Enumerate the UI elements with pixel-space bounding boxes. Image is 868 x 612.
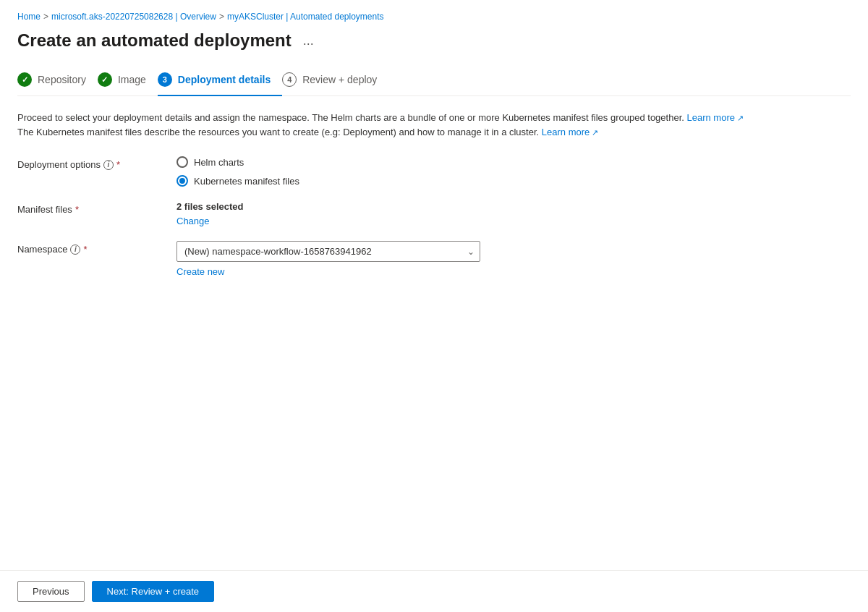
deployment-options-row: Deployment options i * Helm charts Kuber… [17,156,851,187]
description-line2: The Kubernetes manifest files describe t… [17,125,851,140]
step-label-deployment: Deployment details [178,74,271,85]
step-circle-repository: ✓ [17,72,32,87]
step-repository[interactable]: ✓ Repository [17,65,98,95]
learn-more-link-1[interactable]: Learn more [687,112,744,123]
step-deployment-details[interactable]: 3 Deployment details [158,65,282,95]
radio-group: Helm charts Kubernetes manifest files [176,156,851,187]
step-label-image: Image [118,74,146,85]
namespace-label: Namespace i * [17,241,162,255]
footer: Previous Next: Review + create [0,570,868,612]
deployment-options-label: Deployment options i * [17,156,162,170]
namespace-row: Namespace i * (New) namespace-workflow-1… [17,241,851,277]
deployment-options-info-icon[interactable]: i [103,160,114,170]
manifest-files-control: 2 files selected Change [176,201,851,226]
manifest-files-row: Manifest files * 2 files selected Change [17,201,851,226]
breadcrumb-home[interactable]: Home [17,12,41,22]
namespace-info-icon[interactable]: i [70,245,80,255]
change-files-link[interactable]: Change [176,216,210,226]
radio-input-kubernetes[interactable] [176,175,188,187]
step-circle-deployment: 3 [158,72,172,87]
breadcrumb-cluster[interactable]: myAKSCluster | Automated deployments [227,12,384,22]
deployment-options-required: * [116,159,120,170]
step-circle-image: ✓ [98,72,112,87]
previous-button[interactable]: Previous [17,581,85,602]
breadcrumb: Home > microsoft.aks-20220725082628 | Ov… [17,12,851,22]
wizard-steps: ✓ Repository ✓ Image 3 Deployment detail… [17,65,851,96]
files-selected-text: 2 files selected [176,201,851,212]
radio-helm-charts[interactable]: Helm charts [176,156,851,168]
create-new-namespace-link[interactable]: Create new [176,266,851,277]
deployment-options-control: Helm charts Kubernetes manifest files [176,156,851,187]
namespace-control: (New) namespace-workflow-1658763941962 ⌄… [176,241,851,277]
next-button[interactable]: Next: Review + create [92,581,215,602]
page-title: Create an automated deployment [17,30,292,51]
page-title-row: Create an automated deployment ... [17,30,851,51]
breadcrumb-overview[interactable]: microsoft.aks-20220725082628 | Overview [51,12,216,22]
description-block: Proceed to select your deployment detail… [17,111,851,139]
radio-input-helm[interactable] [176,156,188,168]
radio-kubernetes-manifest[interactable]: Kubernetes manifest files [176,175,851,187]
manifest-files-required: * [75,204,79,215]
more-options-button[interactable]: ... [299,32,318,50]
step-label-review: Review + deploy [302,74,377,85]
description-line1: Proceed to select your deployment detail… [17,111,851,125]
manifest-files-label: Manifest files * [17,201,162,215]
radio-dot-kubernetes [179,178,185,184]
learn-more-link-2[interactable]: Learn more [542,127,599,137]
step-circle-review: 4 [282,72,297,87]
namespace-required: * [83,244,87,255]
step-label-repository: Repository [38,74,86,85]
step-image[interactable]: ✓ Image [98,65,158,95]
step-review-deploy[interactable]: 4 Review + deploy [282,65,388,95]
namespace-dropdown-wrapper: (New) namespace-workflow-1658763941962 ⌄ [176,241,480,262]
namespace-dropdown[interactable]: (New) namespace-workflow-1658763941962 [176,241,480,262]
